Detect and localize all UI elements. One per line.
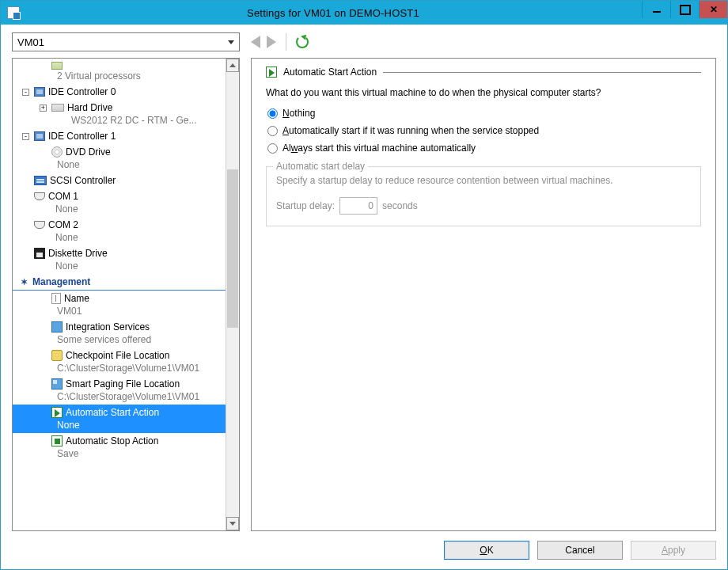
tree-item-diskette[interactable]: Diskette Drive None	[13, 245, 226, 274]
tree-item-com1[interactable]: COM 1 None	[13, 188, 226, 217]
separator	[286, 33, 286, 51]
nav-forward-button[interactable]	[267, 36, 276, 48]
group-legend: Automatic start delay	[273, 161, 368, 172]
serial-icon	[34, 221, 45, 229]
top-row: VM01	[12, 32, 716, 51]
vm-selector[interactable]: VM01	[12, 32, 240, 51]
cpu-icon	[51, 62, 63, 70]
dialog-footer: OK Cancel Apply	[12, 531, 716, 560]
maximize-button[interactable]	[670, 1, 699, 18]
radio-auto-input[interactable]	[267, 126, 278, 136]
close-button[interactable]	[699, 1, 727, 18]
radio-nothing-input[interactable]	[267, 108, 278, 119]
tree-scrollbar[interactable]	[226, 59, 239, 530]
start-icon	[266, 66, 277, 78]
minimize-button[interactable]	[642, 1, 670, 18]
integration-icon	[51, 321, 63, 332]
controller-icon	[34, 131, 45, 141]
controller-icon	[34, 87, 45, 97]
titlebar[interactable]: Settings for VM01 on DEMO-HOST1	[1, 1, 727, 25]
settings-tree: 2 Virtual processors - IDE Controller 0	[12, 58, 240, 531]
section-management[interactable]: ✶ Management	[13, 274, 226, 291]
radio-always[interactable]: Always start this virtual machine automa…	[267, 142, 701, 154]
scroll-thumb[interactable]	[227, 169, 238, 328]
settings-window: Settings for VM01 on DEMO-HOST1 VM01	[0, 0, 728, 570]
client-area: VM01	[1, 25, 727, 569]
checkpoint-icon	[51, 350, 63, 361]
name-icon	[51, 293, 61, 304]
tree-item-scsi[interactable]: SCSI Controller	[13, 173, 226, 188]
delay-row: Startup delay: seconds	[276, 197, 691, 215]
window-buttons	[642, 1, 727, 25]
vm-selector-value: VM01	[17, 36, 44, 48]
tree-item-harddrive[interactable]: + Hard Drive WS2012 R2 DC - RTM - Ge...	[13, 100, 226, 128]
tree-scroll[interactable]: 2 Virtual processors - IDE Controller 0	[13, 59, 226, 530]
tree-item-checkpoint-location[interactable]: Checkpoint File Location C:\ClusterStora…	[13, 348, 226, 376]
tree-item-smart-paging[interactable]: Smart Paging File Location C:\ClusterSto…	[13, 376, 226, 405]
radio-auto-if-running[interactable]: Automatically start if it was running wh…	[267, 125, 701, 136]
tree-item-auto-start[interactable]: Automatic Start Action None	[13, 405, 226, 433]
cancel-button[interactable]: Cancel	[537, 541, 623, 560]
delay-input[interactable]	[339, 197, 377, 215]
tree-item-name[interactable]: Name VM01	[13, 291, 226, 319]
panel-title: Automatic Start Action	[283, 66, 377, 78]
delay-hint: Specify a startup delay to reduce resour…	[276, 175, 691, 186]
delay-unit: seconds	[382, 200, 418, 211]
scsi-icon	[34, 176, 47, 185]
refresh-icon[interactable]	[296, 36, 309, 48]
tree-item-auto-stop[interactable]: Automatic Stop Action Save	[13, 433, 226, 462]
expander-icon[interactable]: +	[40, 104, 47, 112]
dvd-icon	[51, 146, 63, 158]
tree-item-ide1[interactable]: - IDE Controller 1	[13, 128, 226, 144]
harddrive-icon	[51, 104, 64, 112]
scroll-down-button[interactable]	[226, 517, 239, 530]
stop-icon	[51, 435, 63, 446]
window-title: Settings for VM01 on DEMO-HOST1	[25, 7, 642, 19]
apply-button[interactable]: Apply	[631, 541, 716, 560]
serial-icon	[34, 192, 45, 200]
nav-buttons	[251, 33, 309, 51]
header-rule	[383, 72, 701, 73]
detail-panel: Automatic Start Action What do you want …	[251, 58, 716, 531]
radio-always-input[interactable]	[267, 143, 278, 154]
body: 2 Virtual processors - IDE Controller 0	[12, 58, 716, 531]
expander-icon[interactable]: -	[22, 133, 29, 140]
radio-nothing[interactable]: Nothing	[267, 108, 701, 119]
app-icon	[7, 6, 20, 19]
tree-item-processor-sub[interactable]: 2 Virtual processors	[13, 60, 226, 84]
nav-back-button[interactable]	[251, 36, 260, 48]
tree-item-ide0[interactable]: - IDE Controller 0	[13, 84, 226, 100]
panel-question: What do you want this virtual machine to…	[266, 87, 701, 98]
scroll-up-button[interactable]	[226, 59, 239, 72]
delay-label: Startup delay:	[276, 200, 335, 211]
chevron-down-icon	[228, 40, 234, 44]
ok-button[interactable]: OK	[444, 541, 529, 560]
floppy-icon	[34, 248, 45, 259]
start-action-radios: Nothing Automatically start if it was ru…	[267, 108, 701, 154]
tree-item-integration-services[interactable]: Integration Services Some services offer…	[13, 319, 226, 348]
start-delay-group: Automatic start delay Specify a startup …	[266, 166, 701, 226]
start-icon	[51, 407, 63, 418]
panel-header: Automatic Start Action	[266, 66, 701, 78]
smartpaging-icon	[51, 378, 63, 390]
chevron-icon: ✶	[21, 277, 28, 287]
tree-item-com2[interactable]: COM 2 None	[13, 217, 226, 245]
expander-icon[interactable]: -	[22, 89, 29, 96]
tree-item-dvd[interactable]: DVD Drive None	[13, 144, 226, 173]
